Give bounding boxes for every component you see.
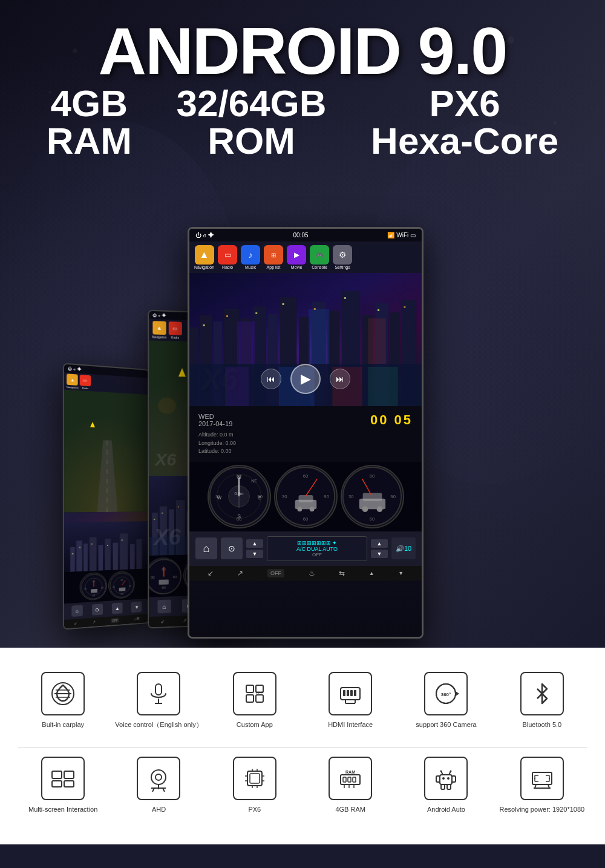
ahd-icon [137, 757, 180, 800]
svg-text:60: 60 [302, 516, 308, 522]
svg-point-194 [442, 777, 445, 780]
svg-rect-202 [436, 776, 440, 782]
features-grid-row2: Multi-screen Interaction AHD [18, 757, 587, 814]
svg-rect-104 [378, 309, 379, 311]
custom-app-label: Custom App [237, 720, 273, 729]
svg-rect-110 [368, 367, 397, 406]
svg-rect-54 [178, 506, 179, 507]
svg-rect-14 [72, 553, 73, 554]
svg-text:APP: APP [256, 691, 263, 694]
screen-main: ⏻ ↺ ✦ 00:05 📶 WiFi ▭ ▲ Navigation ▭ Radi… [188, 227, 424, 639]
svg-point-147 [376, 506, 382, 512]
specs-row: 4GB RAM 32/64GB ROM PX6 Hexa-Core [0, 85, 605, 160]
svg-rect-52 [154, 519, 155, 520]
camera-360-label: support 360 Camera [416, 720, 476, 729]
feature-hdmi: HDMI Interface [306, 672, 395, 729]
svg-rect-160 [347, 690, 349, 696]
svg-rect-9 [105, 539, 111, 570]
custom-app-icon: APP [233, 672, 276, 715]
svg-rect-5 [76, 541, 82, 571]
svg-rect-204 [532, 772, 552, 784]
svg-rect-187 [348, 777, 351, 782]
svg-rect-64 [159, 579, 168, 585]
svg-rect-17 [107, 545, 108, 546]
multiscreen-icon [41, 757, 85, 800]
voice-icon [137, 672, 180, 715]
svg-text:S: S [237, 513, 241, 519]
svg-text:90: 90 [129, 585, 132, 588]
feature-360-camera: 360° support 360 Camera [401, 672, 491, 729]
feature-resolution: Resolving power: 1920*1080 [497, 757, 587, 814]
svg-text:60: 60 [92, 594, 95, 597]
svg-text:30: 30 [83, 587, 87, 590]
svg-rect-111 [237, 321, 255, 364]
svg-text:30: 30 [150, 576, 154, 579]
svg-rect-13 [136, 539, 142, 569]
svg-rect-186 [343, 777, 346, 782]
android-auto-label: Android Auto [427, 805, 465, 814]
ram-icon: RAM [329, 757, 372, 800]
svg-rect-12 [130, 544, 134, 570]
feature-px6: PX6 [210, 757, 299, 814]
svg-text:90: 90 [100, 586, 103, 589]
svg-rect-185 [341, 775, 360, 784]
svg-text:60: 60 [120, 593, 123, 596]
spec-cpu: PX6 Hexa-Core [371, 85, 558, 160]
screens-container: ⏻ ↺ ✦ ▲ Navigation ▭ Radio [30, 179, 575, 639]
svg-point-174 [155, 774, 162, 780]
svg-text:W: W [217, 495, 221, 500]
svg-point-198 [440, 771, 442, 772]
svg-rect-7 [90, 537, 97, 571]
svg-text:RAM: RAM [345, 770, 355, 774]
svg-marker-168 [456, 691, 459, 696]
svg-rect-11 [120, 533, 128, 570]
resolution-label: Resolving power: 1920*1080 [499, 805, 584, 814]
svg-rect-98 [203, 324, 205, 326]
svg-text:60: 60 [120, 579, 123, 582]
feature-voice: Voice control（English only） [114, 672, 203, 729]
svg-point-136 [297, 507, 302, 511]
svg-rect-145 [362, 493, 382, 501]
svg-text:60: 60 [369, 516, 374, 522]
svg-rect-159 [343, 690, 345, 696]
svg-rect-113 [368, 318, 386, 364]
svg-rect-6 [83, 544, 88, 571]
feature-4gb-ram: RAM 4GB RAM [306, 757, 395, 814]
svg-point-195 [447, 777, 450, 780]
camera-360-icon: 360° [424, 672, 468, 715]
svg-rect-99 [226, 315, 228, 317]
page-title: ANDROID 9.0 [0, 12, 605, 89]
svg-rect-33 [119, 587, 125, 591]
feature-carplay: Buit-in carplay [18, 672, 108, 729]
bluetooth-label: Bluetooth 5.0 [522, 720, 561, 729]
carplay-icon [41, 672, 85, 715]
hdmi-label: HDMI Interface [328, 720, 373, 729]
svg-text:60: 60 [369, 473, 374, 479]
svg-rect-105 [404, 306, 405, 308]
screen-left: ⏻ ↺ ✦ ▲ Navigation ▭ Radio [63, 363, 150, 630]
svg-rect-4 [70, 547, 75, 572]
resolution-icon [520, 757, 564, 800]
svg-point-137 [309, 507, 314, 511]
svg-rect-200 [441, 784, 445, 789]
svg-rect-172 [64, 781, 74, 787]
svg-rect-176 [250, 774, 260, 783]
svg-rect-25 [90, 589, 97, 593]
svg-text:90: 90 [172, 575, 177, 579]
svg-rect-101 [283, 303, 284, 305]
svg-rect-15 [79, 547, 80, 548]
svg-text:90: 90 [324, 493, 329, 499]
svg-rect-162 [354, 690, 356, 696]
multiscreen-label: Multi-screen Interaction [28, 805, 97, 814]
svg-point-173 [151, 770, 166, 784]
bluetooth-icon [520, 672, 564, 715]
svg-text:60: 60 [302, 473, 308, 479]
hdmi-icon [329, 672, 372, 715]
svg-rect-112 [309, 309, 329, 364]
feature-multiscreen: Multi-screen Interaction [18, 757, 108, 814]
svg-rect-8 [98, 545, 103, 570]
svg-rect-150 [155, 684, 162, 695]
feature-bluetooth: Bluetooth 5.0 [497, 672, 587, 729]
ram-label: 4GB RAM [335, 805, 365, 814]
px6-label: PX6 [248, 805, 261, 814]
